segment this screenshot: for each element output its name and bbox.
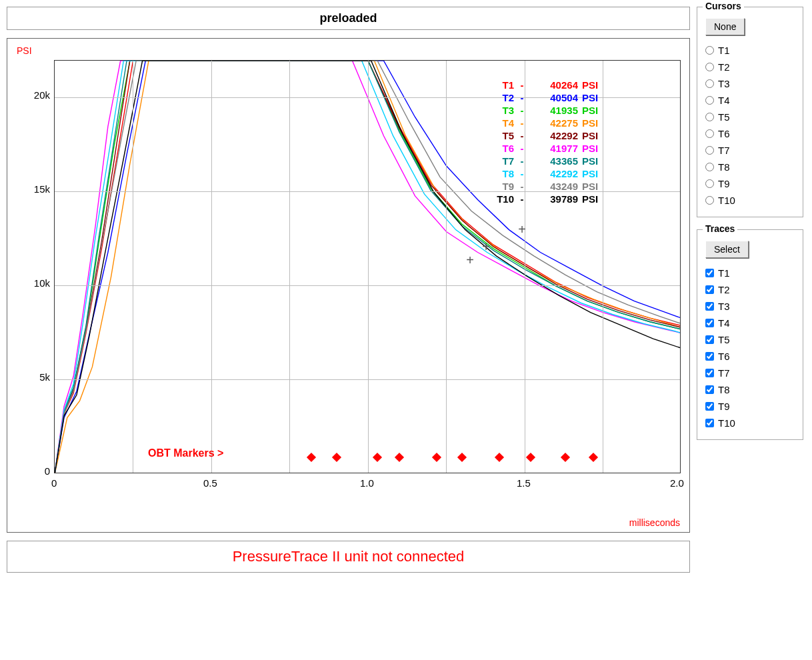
- cursor-radio-t4[interactable]: T4: [705, 92, 795, 109]
- cursors-none-button[interactable]: None: [705, 18, 745, 35]
- y-tick: 10k: [21, 277, 50, 289]
- trace-check-t4[interactable]: T4: [705, 315, 795, 331]
- cursor-radio-input[interactable]: [705, 163, 714, 171]
- cursor-radio-input[interactable]: [705, 196, 714, 205]
- trace-check-t2[interactable]: T2: [705, 281, 795, 298]
- y-tick: 15k: [21, 183, 50, 195]
- trace-check-input[interactable]: [705, 269, 714, 277]
- cursor-radio-label: T9: [718, 175, 730, 192]
- y-tick: 20k: [21, 89, 50, 101]
- cursor-radio-t6[interactable]: T6: [705, 125, 795, 142]
- trace-check-label: T5: [718, 331, 730, 348]
- trace-check-t10[interactable]: T10: [705, 415, 795, 431]
- cursor-radio-t1[interactable]: T1: [705, 42, 795, 59]
- legend-row: T8-42292PSI: [487, 167, 654, 180]
- legend-row: T2-40504PSI: [487, 91, 654, 104]
- trace-check-input[interactable]: [705, 285, 714, 294]
- trace-check-t3[interactable]: T3: [705, 298, 795, 315]
- chart-frame: PSI 0 5k 10k 15k 20k OBT Markers >: [7, 38, 690, 533]
- x-axis-label: milliseconds: [629, 517, 680, 528]
- trace-check-label: T6: [718, 348, 730, 365]
- trace-check-input[interactable]: [705, 302, 714, 311]
- cursor-radio-t2[interactable]: T2: [705, 59, 795, 75]
- traces-panel: Traces Select T1 T2 T3 T4 T5 T6 T7 T8 T9…: [697, 229, 803, 440]
- trace-check-label: T1: [718, 265, 730, 281]
- cursor-radio-input[interactable]: [705, 79, 714, 88]
- cursor-radio-input[interactable]: [705, 63, 714, 71]
- cursors-panel: Cursors None T1 T2 T3 T4 T5 T6 T7 T8 T9 …: [697, 7, 803, 217]
- trace-check-input[interactable]: [705, 385, 714, 394]
- legend-row: T7-43365PSI: [487, 155, 654, 167]
- status-message: PressureTrace II unit not connected: [7, 541, 690, 573]
- y-axis-label: PSI: [17, 45, 32, 56]
- cursor-radio-label: T8: [718, 159, 730, 175]
- trace-check-label: T2: [718, 281, 730, 298]
- y-tick: 0: [21, 465, 50, 477]
- x-tick: 0: [51, 477, 57, 489]
- legend-row: T10-39789PSI: [487, 193, 654, 205]
- trace-check-label: T8: [718, 381, 730, 398]
- trace-check-input[interactable]: [705, 352, 714, 361]
- obt-markers-label: OBT Markers >: [148, 447, 223, 459]
- y-tick: 5k: [21, 371, 50, 383]
- legend-row: T5-42292PSI: [487, 129, 654, 142]
- cursor-cross-icon: +: [517, 225, 527, 234]
- cursor-radio-t9[interactable]: T9: [705, 175, 795, 192]
- trace-check-t6[interactable]: T6: [705, 348, 795, 365]
- trace-check-t7[interactable]: T7: [705, 365, 795, 381]
- legend-row: T1-40264PSI: [487, 79, 654, 91]
- cursor-radio-input[interactable]: [705, 46, 714, 55]
- cursor-radio-t10[interactable]: T10: [705, 192, 795, 209]
- cursors-panel-title: Cursors: [703, 1, 744, 11]
- trace-check-input[interactable]: [705, 369, 714, 377]
- trace-check-t5[interactable]: T5: [705, 331, 795, 348]
- cursor-radio-label: T7: [718, 142, 730, 159]
- trace-check-input[interactable]: [705, 402, 714, 411]
- trace-check-input[interactable]: [705, 419, 714, 427]
- legend-row: T4-42275PSI: [487, 117, 654, 129]
- cursor-radio-label: T4: [718, 92, 730, 109]
- legend-row: T9-43249PSI: [487, 180, 654, 193]
- cursor-radio-t7[interactable]: T7: [705, 142, 795, 159]
- trace-check-t1[interactable]: T1: [705, 265, 795, 281]
- trace-check-label: T9: [718, 398, 730, 415]
- cursor-radio-input[interactable]: [705, 179, 714, 188]
- legend-row: T6-41977PSI: [487, 142, 654, 155]
- cursor-radio-input[interactable]: [705, 146, 714, 155]
- cursor-radio-input[interactable]: [705, 96, 714, 105]
- cursor-cross-icon: +: [481, 242, 491, 251]
- trace-check-label: T10: [718, 415, 735, 431]
- cursor-radio-t5[interactable]: T5: [705, 109, 795, 125]
- x-tick: 1.5: [517, 477, 531, 489]
- trace-check-label: T7: [718, 365, 730, 381]
- x-tick: 0.5: [203, 477, 217, 489]
- cursor-radio-t3[interactable]: T3: [705, 75, 795, 92]
- trace-check-input[interactable]: [705, 319, 714, 327]
- cursor-radio-label: T10: [718, 192, 735, 209]
- cursor-radio-input[interactable]: [705, 129, 714, 138]
- trace-check-input[interactable]: [705, 335, 714, 344]
- chart-legend: T1-40264PSIT2-40504PSIT3-41935PSIT4-4227…: [487, 79, 654, 205]
- legend-row: T3-41935PSI: [487, 104, 654, 117]
- x-tick: 2.0: [670, 477, 684, 489]
- traces-panel-title: Traces: [703, 223, 737, 234]
- cursor-radio-label: T6: [718, 125, 730, 142]
- trace-check-label: T4: [718, 315, 730, 331]
- cursor-radio-input[interactable]: [705, 113, 714, 121]
- trace-check-label: T3: [718, 298, 730, 315]
- traces-select-button[interactable]: Select: [705, 241, 749, 258]
- chart-title: preloaded: [7, 7, 690, 30]
- trace-check-t8[interactable]: T8: [705, 381, 795, 398]
- cursor-cross-icon: +: [465, 255, 475, 265]
- cursor-radio-label: T5: [718, 109, 730, 125]
- trace-check-t9[interactable]: T9: [705, 398, 795, 415]
- cursor-radio-label: T1: [718, 42, 730, 59]
- cursor-radio-t8[interactable]: T8: [705, 159, 795, 175]
- cursor-radio-label: T2: [718, 59, 730, 75]
- x-tick: 1.0: [360, 477, 374, 489]
- cursor-radio-label: T3: [718, 75, 730, 92]
